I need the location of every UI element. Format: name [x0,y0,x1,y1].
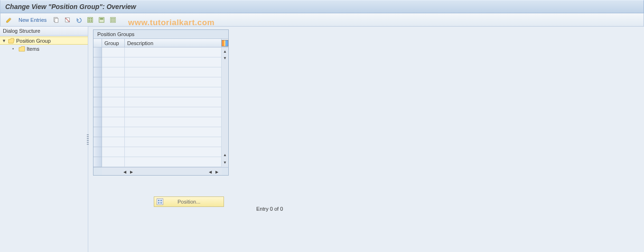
tree-node-items[interactable]: • Items [0,45,88,53]
cell-group[interactable] [102,57,125,67]
position-groups-table: Group Description ▲ ▼ ▲ ▼ [93,38,228,167]
select-block-icon[interactable] [97,15,106,25]
cell-group[interactable] [102,67,125,77]
cell-description[interactable] [125,57,222,67]
cell-description[interactable] [125,117,222,127]
table-corner-br [222,167,228,175]
svg-rect-8 [99,17,104,22]
cell-group[interactable] [102,127,125,137]
scroll-up-icon[interactable]: ▲ [222,48,228,54]
position-groups-panel: Position Groups Group Description ▲ ▼ ▲ … [93,29,229,176]
table-settings-icon [222,40,228,47]
scroll-up-icon[interactable]: ▲ [222,152,228,158]
scroll-left-icon[interactable]: ◀ [122,169,128,175]
scroll-right-icon[interactable]: ▶ [214,169,220,175]
row-selector[interactable] [93,147,102,157]
table-column-description[interactable]: Description [125,39,222,47]
cell-description[interactable] [125,47,222,57]
deselect-all-icon[interactable] [108,15,118,25]
cell-group[interactable] [102,137,125,147]
scroll-left-icon[interactable]: ◀ [207,169,213,175]
row-selector[interactable] [93,57,102,67]
entry-status-text: Entry 0 of 0 [256,206,283,212]
scroll-down-icon[interactable]: ▼ [222,55,228,61]
sidebar-splitter[interactable] [86,27,89,252]
dialog-structure-tree: ▼ Position Group • Items [0,36,88,54]
panel-title: Position Groups [93,30,228,38]
svg-rect-3 [88,17,93,22]
cell-group[interactable] [102,147,125,157]
cell-group[interactable] [102,117,125,127]
table-column-group[interactable]: Group [102,39,125,47]
undo-icon[interactable] [74,15,84,25]
table-horizontal-scrollbar[interactable]: ◀ ▶ ◀ ▶ [102,167,222,175]
dialog-structure-panel: Dialog Structure ▼ Position Group • Item… [0,27,88,252]
cell-description[interactable] [125,107,222,117]
svg-rect-7 [91,20,92,21]
folder-open-icon [8,38,15,44]
tree-collapse-icon[interactable]: ▼ [2,38,7,43]
delete-icon[interactable] [63,15,72,25]
copy-as-icon[interactable] [51,15,61,25]
app-toolbar: New Entries [0,13,644,27]
svg-rect-6 [89,20,90,21]
window-title: Change View "Position Group": Overview [5,3,136,10]
svg-rect-1 [55,18,58,22]
scroll-down-icon[interactable]: ▼ [222,159,228,165]
row-selector[interactable] [93,47,102,57]
table-configure-button[interactable] [222,39,228,47]
select-all-icon[interactable] [85,15,95,25]
table-vertical-scrollbar[interactable]: ▲ ▼ ▲ ▼ [222,47,228,167]
position-icon [157,198,163,205]
cell-group[interactable] [102,157,125,167]
position-button[interactable]: Position... [154,196,224,207]
cell-group[interactable] [102,97,125,107]
table-corner-bl [93,167,102,175]
row-selector[interactable] [93,67,102,77]
cell-group[interactable] [102,107,125,117]
table-select-all-header[interactable] [93,39,102,47]
row-selector[interactable] [93,107,102,117]
tree-node-position-group[interactable]: ▼ Position Group [0,37,88,45]
row-selector[interactable] [93,157,102,167]
main-content: Position Groups Group Description ▲ ▼ ▲ … [88,27,644,252]
cell-description[interactable] [125,97,222,107]
window-titlebar: Change View "Position Group": Overview [0,0,644,13]
tree-node-label: Items [27,46,39,52]
cell-description[interactable] [125,147,222,157]
cell-description[interactable] [125,67,222,77]
cell-description[interactable] [125,77,222,87]
cell-group[interactable] [102,47,125,57]
svg-rect-9 [100,18,103,19]
scroll-right-icon[interactable]: ▶ [129,169,134,175]
cell-group[interactable] [102,87,125,97]
cell-group[interactable] [102,77,125,87]
row-selector[interactable] [93,87,102,97]
row-selector[interactable] [93,137,102,147]
row-selector[interactable] [93,117,102,127]
svg-rect-5 [91,18,92,19]
cell-description[interactable] [125,87,222,97]
row-selector[interactable] [93,127,102,137]
cell-description[interactable] [125,137,222,147]
folder-closed-icon [19,46,25,52]
cell-description[interactable] [125,127,222,137]
toggle-change-icon[interactable] [4,15,14,25]
svg-rect-4 [89,18,90,19]
tree-node-label: Position Group [16,38,51,44]
cell-description[interactable] [125,157,222,167]
row-selector[interactable] [93,97,102,107]
position-button-label: Position... [177,199,200,205]
row-selector[interactable] [93,77,102,87]
dialog-structure-header: Dialog Structure [0,27,88,36]
tree-bullet-icon: • [12,47,17,51]
new-entries-button[interactable]: New Entries [16,15,49,25]
